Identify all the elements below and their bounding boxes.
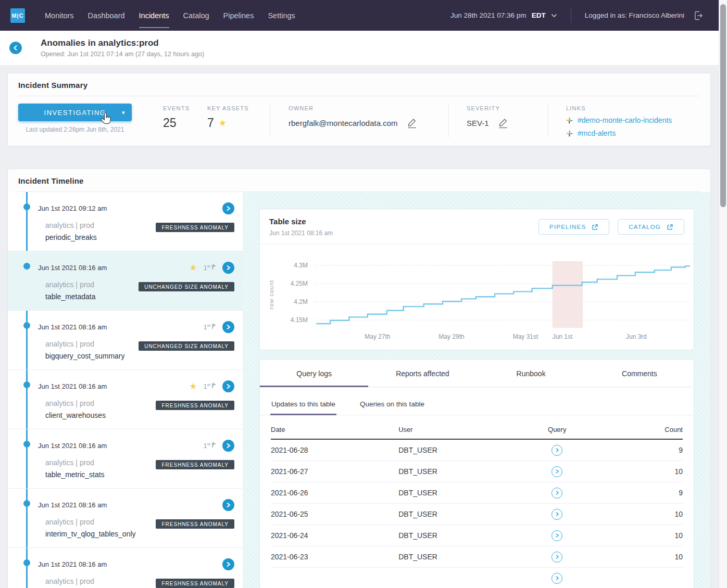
- tab-comments[interactable]: Comments: [585, 360, 694, 387]
- subtab-updates-to-this-table[interactable]: Updates to this table: [270, 392, 336, 415]
- tab-query-logs[interactable]: Query logs: [260, 360, 368, 387]
- top-nav: M|C Monitors Dashboard Incidents Catalog…: [0, 0, 727, 31]
- timeline-item-bigquery-cost-summary[interactable]: Jun 1st 2021 08:16 am 1st analytics | pr…: [8, 311, 243, 370]
- nav-datetime: Jun 28th 2021 07:36 pm: [450, 11, 527, 19]
- timeline-item-dataset: analytics | prod: [45, 458, 105, 467]
- pipelines-button[interactable]: PIPELINES: [538, 219, 609, 235]
- tab-bar: Query logs Reports affected Runbook Comm…: [260, 360, 694, 387]
- open-query-icon[interactable]: [551, 488, 562, 498]
- cell-date: 2021-06-27: [271, 467, 398, 476]
- timeline-item-dataset: analytics | prod: [45, 577, 150, 585]
- nav-item-pipelines[interactable]: Pipelines: [223, 9, 254, 22]
- timeline-item-dataset: analytics | prod: [45, 280, 96, 289]
- open-event-button[interactable]: [222, 321, 234, 333]
- monte-carlo-logo[interactable]: M|C: [10, 8, 25, 23]
- anomaly-badge: FRESHNESS ANOMALY: [156, 401, 234, 410]
- svg-text:May 29th: May 29th: [438, 333, 464, 340]
- event-detail-panel: Table size Jun 1st 2021 08:16 am PIPELIN…: [243, 192, 711, 588]
- nav-right: Jun 28th 2021 07:36 pm EDT Logged in as:…: [450, 8, 717, 23]
- scrollbar-thumb[interactable]: [720, 4, 726, 207]
- cell-user: DBT_USER: [398, 510, 522, 518]
- external-link-icon: [592, 224, 598, 231]
- open-query-icon[interactable]: [551, 466, 562, 477]
- main-menu: Monitors Dashboard Incidents Catalog Pip…: [45, 9, 295, 22]
- back-button[interactable]: [9, 42, 22, 54]
- nav-item-settings[interactable]: Settings: [268, 9, 295, 22]
- timeline-item-interim-tv-templates-duplicated[interactable]: Jun 1st 2021 08:16 am analytics | prod i…: [8, 548, 243, 588]
- nav-item-catalog[interactable]: Catalog: [183, 9, 209, 22]
- anomaly-badge: FRESHNESS ANOMALY: [156, 579, 234, 588]
- open-event-button[interactable]: [222, 499, 234, 511]
- timeline-item-table-metadata[interactable]: Jun 1st 2021 08:16 am ★ 1st analytics | …: [8, 251, 243, 311]
- incident-timeline-card: Incident Timeline Jun 1st 2021 09:12 am: [7, 169, 711, 588]
- subtab-bar: Updates to this table Queries on this ta…: [260, 387, 694, 415]
- table-size-title: Table size: [269, 217, 333, 226]
- star-icon[interactable]: ★: [189, 381, 197, 392]
- subtab-queries-on-this-table[interactable]: Queries on this table: [359, 392, 425, 415]
- svg-text:Jun 3rd: Jun 3rd: [626, 333, 647, 340]
- incident-timeline-title: Incident Timeline: [18, 176, 700, 185]
- slack-link-demo-monte-carlo-incidents[interactable]: #demo-monte-carlo-incidents: [566, 116, 700, 124]
- timeline-item-dataset: analytics | prod: [45, 518, 136, 526]
- open-event-button[interactable]: [222, 558, 234, 570]
- timeline-item-table: table_metric_stats: [45, 470, 105, 479]
- open-query-icon[interactable]: [551, 445, 562, 456]
- timeline-item-interim-tv-qlog-tables-only[interactable]: Jun 1st 2021 08:16 am analytics | prod i…: [8, 489, 243, 548]
- edit-severity-pencil-icon[interactable]: [497, 118, 509, 129]
- page-subtitle: Opened: Jun 1st 2021 07:14 am (27 days, …: [41, 50, 204, 58]
- open-event-button[interactable]: [222, 262, 234, 274]
- timeline-item-periodic-breaks[interactable]: Jun 1st 2021 09:12 am analytics | prod p…: [8, 192, 243, 251]
- tab-reports-affected[interactable]: Reports affected: [368, 360, 477, 387]
- svg-text:4.25M: 4.25M: [291, 280, 308, 287]
- timeline-item-date: Jun 1st 2021 08:16 am: [38, 560, 107, 568]
- timeline-dot-icon: [23, 441, 30, 448]
- open-query-icon[interactable]: [551, 552, 562, 563]
- cell-user: DBT_USER: [398, 553, 522, 561]
- nav-item-dashboard[interactable]: Dashboard: [88, 9, 125, 22]
- timeline-item-table-metric-stats[interactable]: Jun 1st 2021 08:16 am 1st analytics | pr…: [8, 429, 243, 489]
- open-query-icon[interactable]: [551, 509, 562, 520]
- star-icon[interactable]: ★: [189, 262, 197, 273]
- slack-link-mcd-alerts[interactable]: #mcd-alerts: [566, 129, 700, 137]
- star-icon: ★: [219, 118, 227, 129]
- status-dropdown-button[interactable]: INVESTIGATING ▾: [18, 104, 132, 121]
- page-scrollbar: [719, 0, 727, 588]
- svg-text:May 31st: May 31st: [513, 333, 538, 340]
- event-tabs-card: Query logs Reports affected Runbook Comm…: [259, 359, 694, 588]
- open-event-button[interactable]: [222, 202, 234, 214]
- svg-text:Jun 1st: Jun 1st: [553, 333, 573, 340]
- timeline-item-date: Jun 1st 2021 08:16 am: [38, 264, 107, 272]
- cell-date: 2021-06-26: [271, 489, 398, 497]
- timeline-item-date: Jun 1st 2021 08:16 am: [38, 323, 107, 331]
- key-assets-value: 7: [207, 116, 214, 130]
- logout-icon[interactable]: [693, 10, 704, 21]
- open-event-button[interactable]: [222, 440, 234, 452]
- table-row: 2021-06-26 DBT_USER 9: [271, 482, 683, 504]
- cell-count: 10: [592, 467, 683, 476]
- col-user: User: [398, 426, 522, 433]
- nav-item-incidents[interactable]: Incidents: [139, 9, 169, 22]
- status-label: INVESTIGATING: [44, 109, 106, 117]
- cell-count: 10: [592, 510, 683, 518]
- tab-runbook[interactable]: Runbook: [477, 360, 585, 387]
- table-row: 2021-06-28 DBT_USER 9: [271, 440, 683, 461]
- first-seen-icon: 1st: [204, 323, 216, 331]
- slack-link-label: #demo-monte-carlo-incidents: [578, 116, 672, 124]
- cell-user: DBT_USER: [398, 467, 522, 476]
- open-event-button[interactable]: [222, 380, 234, 392]
- open-query-icon[interactable]: [551, 573, 562, 584]
- nav-timezone: EDT: [532, 11, 546, 19]
- table-size-chart: 4.3M4.25M4.2M4.15MMay 27thMay 29thMay 31…: [260, 244, 694, 350]
- edit-owner-pencil-icon[interactable]: [406, 118, 418, 129]
- nav-item-monitors[interactable]: Monitors: [45, 9, 74, 22]
- catalog-button[interactable]: CATALOG: [618, 219, 684, 235]
- table-size-subtitle: Jun 1st 2021 08:16 am: [269, 229, 333, 237]
- svg-text:4.2M: 4.2M: [294, 298, 308, 305]
- cell-count: 10: [592, 553, 683, 561]
- cell-user: DBT_USER: [398, 531, 522, 540]
- svg-text:May 27th: May 27th: [365, 333, 390, 340]
- cell-user: DBT_USER: [398, 446, 522, 454]
- timeline-item-client-warehouses[interactable]: Jun 1st 2021 08:16 am ★ 1st analytics | …: [8, 370, 243, 429]
- open-query-icon[interactable]: [551, 530, 562, 541]
- timezone-dropdown[interactable]: Jun 28th 2021 07:36 pm EDT: [450, 11, 557, 19]
